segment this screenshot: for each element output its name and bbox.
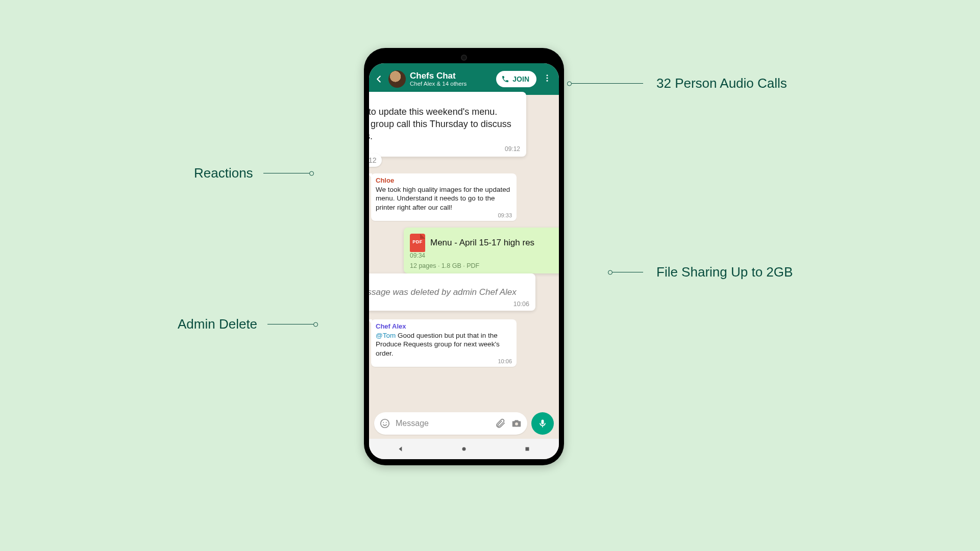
chat-body[interactable]: Chef Alex Working to update this weekend… xyxy=(369,95,559,417)
callout-label: File Sharing Up to 2GB xyxy=(656,264,793,280)
svg-point-4 xyxy=(381,419,389,428)
callout-line xyxy=(572,83,643,84)
svg-point-1 xyxy=(547,74,548,76)
svg-point-5 xyxy=(383,422,384,423)
message-input-row: Message xyxy=(374,412,554,435)
svg-point-6 xyxy=(386,422,387,423)
group-name: Chefs Chat xyxy=(410,71,492,81)
message-time: 09:12 xyxy=(505,145,520,153)
message-time: 09:33 xyxy=(498,212,512,218)
message-time: 10:06 xyxy=(498,358,512,364)
message-reactions[interactable]: 👍 🙏 🙂 12 xyxy=(369,154,382,167)
svg-point-7 xyxy=(515,422,518,425)
mention[interactable]: @Tom xyxy=(376,332,396,339)
message-sender: Tom xyxy=(369,278,529,286)
callout-label: 32 Person Audio Calls xyxy=(656,76,787,91)
attach-icon[interactable] xyxy=(495,418,506,429)
nav-recent-icon[interactable] xyxy=(524,445,531,453)
phone-icon xyxy=(501,75,509,83)
voice-message-button[interactable] xyxy=(531,412,554,435)
callout-line xyxy=(612,272,643,273)
nav-back-icon[interactable] xyxy=(397,445,404,453)
message-file-attachment[interactable]: Menu - April 15-17 high res 12 pages · 1… xyxy=(404,228,559,273)
callout-line xyxy=(263,173,309,174)
message-input[interactable]: Message xyxy=(374,412,527,435)
message-sender: Chef Alex xyxy=(376,322,512,330)
join-call-button[interactable]: JOIN xyxy=(496,71,536,87)
group-avatar[interactable] xyxy=(388,70,406,88)
callout-line xyxy=(267,324,313,325)
message-chef-alex-1[interactable]: Chef Alex Working to update this weekend… xyxy=(369,92,526,157)
svg-point-3 xyxy=(547,80,548,82)
message-chloe[interactable]: Chloe We took high quality images for th… xyxy=(371,173,517,221)
emoji-icon[interactable] xyxy=(379,418,390,429)
callout-file-sharing: File Sharing Up to 2GB xyxy=(612,264,793,280)
message-sender: Chloe xyxy=(376,177,512,184)
microphone-icon xyxy=(537,418,548,429)
more-menu-icon[interactable] xyxy=(541,71,554,87)
message-body: We took high quality images for the upda… xyxy=(376,185,512,212)
phone-screen: Chefs Chat Chef Alex & 14 others JOIN Ch… xyxy=(369,63,559,459)
join-call-label: JOIN xyxy=(512,75,529,83)
back-arrow-icon[interactable] xyxy=(373,73,384,85)
message-time: 09:34 xyxy=(410,252,559,259)
message-input-placeholder: Message xyxy=(396,419,489,428)
android-nav-bar xyxy=(369,439,559,459)
chat-header: Chefs Chat Chef Alex & 14 others JOIN xyxy=(369,63,559,95)
camera-icon[interactable] xyxy=(511,418,522,429)
phone-camera-icon xyxy=(461,55,467,61)
callout-audio-calls: 32 Person Audio Calls xyxy=(572,76,787,91)
message-body: Working to update this weekend's menu. E… xyxy=(369,106,520,144)
callout-label: Reactions xyxy=(194,165,253,181)
callout-label: Admin Delete xyxy=(178,316,257,332)
message-sender: Chef Alex xyxy=(369,96,520,105)
message-time: 10:06 xyxy=(513,300,529,308)
file-meta: 12 pages · 1.8 GB · PDF xyxy=(410,262,479,269)
svg-rect-9 xyxy=(526,447,529,451)
phone-frame: Chefs Chat Chef Alex & 14 others JOIN Ch… xyxy=(364,48,564,465)
pdf-file-icon xyxy=(410,234,425,252)
message-chef-alex-2[interactable]: Chef Alex @Tom Good question but put tha… xyxy=(371,319,517,367)
message-body: @Tom Good question but put that in the P… xyxy=(376,331,512,358)
header-titles[interactable]: Chefs Chat Chef Alex & 14 others xyxy=(410,71,492,88)
nav-home-icon[interactable] xyxy=(460,445,468,453)
file-name: Menu - April 15-17 high res xyxy=(430,238,534,248)
group-subtitle: Chef Alex & 14 others xyxy=(410,81,492,87)
callout-admin-delete: Admin Delete xyxy=(178,316,313,332)
message-deleted[interactable]: Tom This message was deleted by admin Ch… xyxy=(369,273,535,311)
svg-point-2 xyxy=(547,78,548,79)
reaction-count: 12 xyxy=(369,156,377,164)
deleted-text: This message was deleted by admin Chef A… xyxy=(369,287,517,298)
svg-point-8 xyxy=(462,447,466,451)
callout-reactions: Reactions xyxy=(194,165,309,181)
